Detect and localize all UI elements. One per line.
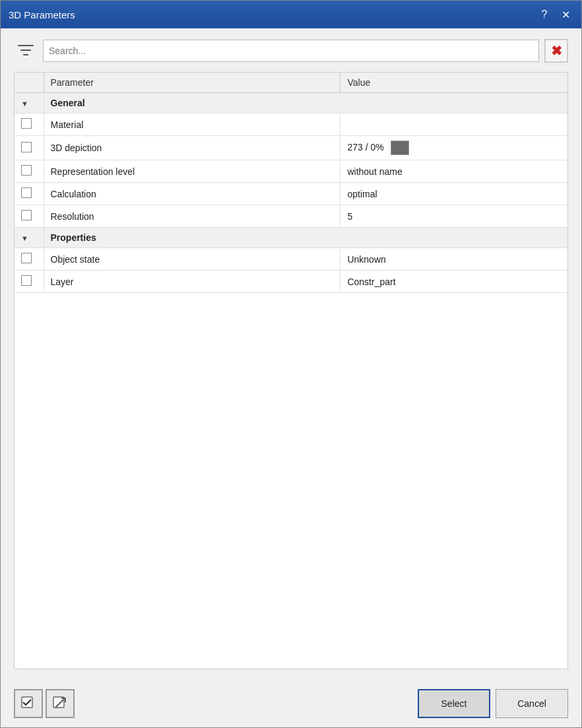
parameters-table: Parameter Value ▼ General (15, 73, 567, 293)
col-header-checkbox (15, 73, 44, 93)
param-replevel-label: Representation level (44, 160, 340, 183)
close-button[interactable]: ✕ (558, 7, 573, 22)
row-checkbox[interactable] (21, 165, 32, 176)
row-checkbox[interactable] (21, 118, 32, 129)
param-3ddepiction-value: 273 / 0% (340, 136, 567, 160)
table-scroll-area[interactable]: Parameter Value ▼ General (15, 73, 567, 669)
param-material-label: Material (44, 114, 340, 136)
search-input[interactable] (43, 40, 539, 62)
param-replevel-value: without name (340, 160, 567, 183)
row-checkbox-cell[interactable] (15, 160, 44, 183)
checkmark-icon (21, 696, 36, 711)
table-row: Calculation optimal (15, 183, 567, 205)
row-checkbox-cell[interactable] (15, 271, 44, 293)
table-row: Resolution 5 (15, 205, 567, 228)
param-objectstate-value: Unknown (340, 248, 567, 271)
row-checkbox[interactable] (21, 275, 32, 286)
cancel-button[interactable]: Cancel (496, 689, 568, 718)
clear-search-button[interactable]: ✖ (544, 39, 568, 63)
row-checkbox[interactable] (21, 187, 32, 198)
param-layer-label: Layer (44, 271, 340, 293)
row-checkbox-cell[interactable] (15, 248, 44, 271)
row-checkbox-cell[interactable] (15, 183, 44, 205)
col-header-value: Value (340, 73, 567, 93)
content-area: ✖ Parameter Value (1, 28, 581, 680)
section-general-chevron: ▼ (15, 93, 44, 114)
param-3ddepiction-label: 3D depiction (44, 136, 340, 160)
filter-icon (14, 39, 38, 63)
row-checkbox-cell[interactable] (15, 205, 44, 228)
section-properties: ▼ Properties (15, 228, 567, 248)
title-bar-left: 3D Parameters (9, 9, 75, 20)
table-row: Material (15, 114, 567, 136)
footer-right: Select Cancel (418, 689, 568, 718)
row-checkbox[interactable] (21, 142, 32, 152)
title-bar: 3D Parameters ? ✕ (1, 1, 581, 28)
row-checkbox-cell[interactable] (15, 136, 44, 160)
color-swatch (391, 141, 409, 155)
chevron-down-icon: ▼ (21, 100, 28, 108)
table-header-row: Parameter Value (15, 73, 567, 93)
table-row: Object state Unknown (15, 248, 567, 271)
section-general-label: General (44, 93, 567, 114)
param-resolution-value: 5 (340, 205, 567, 228)
section-properties-label: Properties (44, 228, 567, 248)
depiction-text: 273 / 0% (347, 142, 383, 152)
edit-button[interactable] (46, 689, 75, 718)
select-button[interactable]: Select (418, 689, 490, 718)
help-button[interactable]: ? (536, 7, 552, 22)
search-bar: ✖ (14, 39, 568, 63)
parameters-table-container: Parameter Value ▼ General (14, 72, 568, 669)
check-all-button[interactable] (14, 689, 43, 718)
title-bar-controls: ? ✕ (536, 7, 573, 22)
param-material-value (340, 114, 567, 136)
param-calculation-label: Calculation (44, 183, 340, 205)
section-properties-chevron: ▼ (15, 228, 44, 248)
footer-left (14, 689, 75, 718)
table-row: Layer Constr_part (15, 271, 567, 293)
section-general: ▼ General (15, 93, 567, 114)
dialog-3d-parameters: 3D Parameters ? ✕ ✖ (0, 0, 582, 728)
chevron-down-icon: ▼ (21, 234, 28, 242)
row-checkbox-cell[interactable] (15, 114, 44, 136)
row-checkbox[interactable] (21, 210, 32, 220)
param-objectstate-label: Object state (44, 248, 340, 271)
x-icon: ✖ (551, 44, 562, 57)
table-row: 3D depiction 273 / 0% (15, 136, 567, 160)
param-layer-value: Constr_part (340, 271, 567, 293)
col-header-parameter: Parameter (44, 73, 340, 93)
dialog-title: 3D Parameters (9, 9, 75, 20)
param-resolution-label: Resolution (44, 205, 340, 228)
edit-icon (53, 696, 67, 711)
footer: Select Cancel (1, 680, 581, 727)
param-calculation-value: optimal (340, 183, 567, 205)
table-row: Representation level without name (15, 160, 567, 183)
row-checkbox[interactable] (21, 253, 32, 263)
